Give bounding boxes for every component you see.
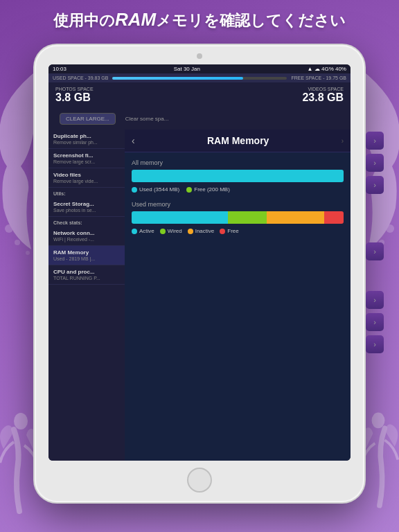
seg-inactive (267, 211, 324, 224)
used-memory-bar (132, 211, 344, 224)
legend-inactive: Inactive (188, 228, 215, 234)
sidebar-item-subtitle: Save photos in se... (53, 208, 120, 213)
legend-free-used-label: Free (227, 228, 238, 234)
legend-active: Active (132, 228, 154, 234)
sidebar-item-subtitle: Used - 2819 MB |... (53, 256, 120, 261)
clear-button[interactable]: CLEAR LARGE... (60, 113, 116, 125)
legend-wired: Wired (160, 228, 182, 234)
heading-prefix: 使用中の (53, 12, 115, 29)
panel-body: All memory Used (3544 MB) Free (200 MB) (125, 152, 351, 461)
heading-ram: RAM (115, 9, 156, 30)
side-panel-6: › (366, 313, 384, 331)
legend-dot-free-used (220, 229, 225, 234)
stats-section-label: Check stats: (48, 217, 125, 227)
svg-point-2 (26, 251, 30, 255)
legend-used-label: Used (3544 MB) (139, 186, 179, 193)
legend-wired-label: Wired (168, 228, 182, 234)
photos-storage: PHOTOS SPACE 3.8 GB (55, 87, 94, 104)
panel-header: ‹ RAM Memory › (125, 130, 351, 152)
legend-dot-free (186, 187, 192, 193)
legend-used: Used (3544 MB) (132, 186, 179, 193)
panel-title: RAM Memory (207, 135, 269, 146)
status-time: 10:03 (53, 66, 66, 72)
utils-section-label: Utils: (48, 188, 125, 197)
legend-free: Free (200 MB) (186, 186, 230, 193)
sidebar-item-screenshot[interactable]: Screenshot fi... Remove large scr... (48, 149, 125, 168)
sidebar-item-video[interactable]: Video files Remove large vide... (48, 168, 125, 188)
sidebar-item-title: Duplicate ph... (53, 133, 120, 139)
svg-point-6 (372, 413, 385, 429)
sidebar-item-subtitle: Remove large scr... (53, 159, 120, 164)
status-bar: 10:03 Sat 30 Jan ▲ ☁ 4G% 40% (48, 64, 351, 73)
legend-dot-inactive (188, 229, 193, 234)
storage-row: PHOTOS SPACE 3.8 GB VIDEOS SPACE 23.8 GB (48, 82, 351, 108)
seg-free (324, 211, 344, 224)
legend-dot-active (132, 229, 137, 234)
legend-free-label: Free (200 MB) (194, 186, 230, 193)
svg-point-0 (5, 224, 13, 233)
used-memory-label: Used memory (132, 201, 344, 208)
space-bar (112, 77, 287, 80)
svg-point-5 (14, 413, 28, 429)
seg-active (132, 211, 228, 224)
all-memory-bar (132, 170, 344, 182)
all-memory-legend: Used (3544 MB) Free (200 MB) (132, 186, 344, 193)
sidebar-item-subtitle: TOTAL RUNNING P... (53, 276, 120, 281)
status-date: Sat 30 Jan (174, 66, 200, 72)
sidebar-item-title: RAM Memory (53, 249, 120, 256)
top-heading: 使用中のRAMメモリを確認してください (0, 8, 399, 32)
sidebar-item-network[interactable]: Network conn... WiFi | Received -... (48, 227, 125, 246)
sidebar-item-secret[interactable]: Secret Storag... Save photos in se... (48, 197, 125, 217)
videos-value: 23.8 GB (302, 91, 344, 104)
side-panel-2: › (366, 154, 384, 172)
sidebar-item-duplicate[interactable]: Duplicate ph... Remove similar ph... (48, 130, 125, 149)
legend-inactive-label: Inactive (195, 228, 215, 234)
ipad-camera (197, 53, 202, 59)
clear-section: CLEAR LARGE... Clear some spa... (48, 108, 351, 130)
sidebar-item-cpu[interactable]: CPU and proc... TOTAL RUNNING P... (48, 265, 125, 285)
side-panel-3: › (366, 176, 384, 194)
sidebar-item-title: Secret Storag... (53, 201, 120, 207)
sidebar-item-title: Network conn... (53, 230, 120, 236)
photos-label: PHOTOS SPACE (55, 87, 94, 91)
legend-active-label: Active (139, 228, 154, 234)
svg-point-1 (15, 240, 20, 245)
sidebar: Duplicate ph... Remove similar ph... Scr… (48, 130, 125, 461)
free-space-label: FREE SPACE - 19.75 GB (291, 76, 346, 80)
clear-label: Clear some spa... (125, 116, 169, 122)
all-memory-label: All memory (132, 159, 344, 166)
back-button[interactable]: ‹ (132, 135, 135, 146)
sidebar-item-subtitle: Remove similar ph... (53, 140, 120, 145)
home-button[interactable] (187, 468, 212, 493)
photos-value: 3.8 GB (55, 91, 94, 104)
videos-label: VIDEOS SPACE (302, 87, 344, 91)
main-content: Duplicate ph... Remove similar ph... Scr… (48, 130, 351, 461)
sidebar-item-title: Video files (53, 172, 120, 178)
legend-free-used: Free (220, 228, 238, 234)
status-icons: ▲ ☁ 4G% 40% (308, 66, 346, 72)
battery-level: 40% (335, 66, 346, 72)
heading-suffix: メモリを確認してください (156, 12, 346, 29)
sidebar-item-subtitle: WiFi | Received -... (53, 237, 120, 242)
seg-wired (228, 211, 267, 224)
legend-dot-wired (160, 229, 166, 234)
side-panel-4: › (366, 242, 384, 260)
side-panel-5: › (366, 291, 384, 309)
space-bar-fill (112, 77, 243, 80)
svg-point-3 (386, 224, 394, 233)
sidebar-item-subtitle: Remove large vide... (53, 179, 120, 184)
sidebar-item-ram[interactable]: RAM Memory Used - 2819 MB |... (48, 246, 125, 265)
sidebar-item-title: Screenshot fi... (53, 152, 120, 159)
ipad-frame: 10:03 Sat 30 Jan ▲ ☁ 4G% 40% USED SPACE … (35, 45, 364, 502)
sidebar-item-title: CPU and proc... (53, 269, 120, 275)
videos-storage: VIDEOS SPACE 23.8 GB (302, 87, 344, 104)
space-bar-container: USED SPACE - 39.83 GB FREE SPACE - 19.75… (48, 73, 351, 82)
ipad-screen: 10:03 Sat 30 Jan ▲ ☁ 4G% 40% USED SPACE … (48, 64, 351, 461)
side-panel-7: › (366, 335, 384, 353)
right-panel: ‹ RAM Memory › All memory Used (3544 MB) (125, 130, 351, 461)
used-space-label: USED SPACE - 39.83 GB (53, 76, 108, 80)
forward-button[interactable]: › (342, 137, 344, 145)
legend-dot-used (132, 187, 137, 193)
side-panel-1: › (366, 132, 384, 150)
used-memory-legend: Active Wired Inactive Free (132, 228, 344, 234)
